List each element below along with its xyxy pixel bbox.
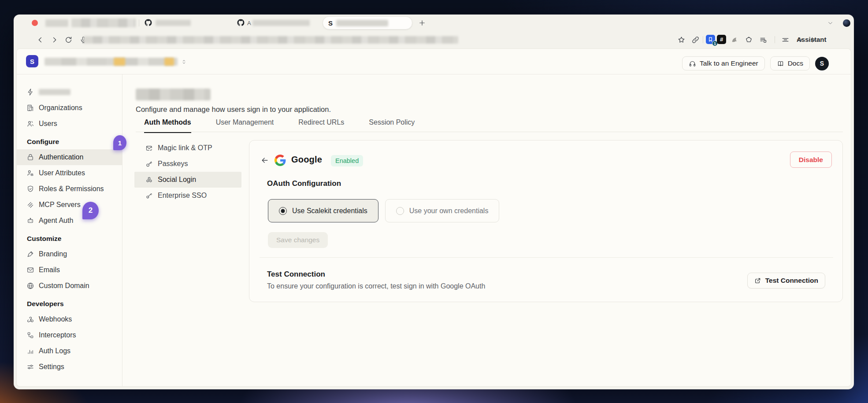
shield-check-icon	[26, 185, 34, 193]
blurred-tab-label	[45, 19, 68, 27]
test-connection-label: Test Connection	[765, 277, 818, 285]
chevrons-up-down-icon	[181, 58, 187, 66]
radio-scalekit-credentials[interactable]: Use Scalekit credentials	[268, 199, 378, 222]
reader-mode-button[interactable]	[781, 36, 790, 44]
tab-session-policy[interactable]: Session Policy	[369, 118, 415, 133]
subnav-item-label: Passkeys	[158, 160, 188, 168]
building-icon	[26, 104, 34, 112]
back-icon	[36, 36, 45, 44]
browser-toolbar: 1 # Assistant	[14, 31, 854, 48]
user-gear-icon	[26, 169, 34, 177]
playlist-button[interactable]	[759, 36, 768, 44]
sidebar-item-auth-logs[interactable]: Auth Logs	[17, 343, 122, 359]
copy-link-button[interactable]	[691, 36, 700, 44]
sidebar-item-blurred[interactable]	[17, 84, 122, 100]
credentials-radio-group: Use Scalekit credentials Use your own cr…	[268, 199, 499, 222]
pentagon-icon	[745, 36, 753, 44]
app-logo[interactable]: S	[26, 55, 38, 67]
sliders-icon	[26, 363, 34, 371]
window-menu-chevron[interactable]	[827, 20, 834, 26]
back-button[interactable]	[36, 36, 45, 44]
browser-profile-icon[interactable]	[843, 19, 850, 27]
key-icon	[145, 160, 153, 168]
main-pane: Configure and manage how users sign in t…	[122, 74, 851, 387]
robot-icon	[26, 217, 34, 225]
star-icon	[677, 36, 686, 44]
google-logo-icon	[274, 155, 286, 168]
extension-gray-button[interactable]	[730, 36, 738, 44]
chevron-down-icon	[827, 20, 834, 26]
blurred-workspace-name[interactable]	[45, 58, 178, 66]
sidebar-item-branding[interactable]: Branding	[17, 246, 122, 262]
paintbrush-icon	[26, 250, 34, 258]
extension-hash-button[interactable]: #	[717, 35, 726, 44]
plus-icon	[418, 19, 426, 27]
sidebar-item-label: Emails	[39, 266, 60, 274]
sidebar-item-label: Branding	[39, 250, 67, 258]
assistant-label[interactable]: Assistant	[797, 36, 827, 43]
new-tab-button[interactable]	[418, 19, 426, 27]
app-header: S Talk to an Engineer Docs	[17, 49, 851, 74]
subnav-item-magic-link[interactable]: Magic link & OTP	[134, 140, 241, 156]
sidebar-item-agent-auth[interactable]: Agent Auth	[17, 213, 122, 229]
sidebar-item-custom-domain[interactable]: Custom Domain	[17, 278, 122, 294]
subnav-item-enterprise-sso[interactable]: Enterprise SSO	[134, 188, 241, 203]
docs-button[interactable]: Docs	[770, 56, 810, 70]
playlist-icon	[759, 36, 768, 44]
radio-own-credentials[interactable]: Use your own credentials	[385, 199, 500, 222]
extension-shape-button[interactable]	[745, 36, 753, 44]
sidebar-item-label: Users	[39, 120, 57, 128]
sidebar-item-authentication[interactable]: Authentication	[17, 149, 122, 165]
subnav-item-passkeys[interactable]: Passkeys	[134, 156, 241, 172]
blurred-url-text[interactable]	[83, 36, 458, 44]
globe-icon	[26, 282, 34, 290]
subnav-item-social-login[interactable]: Social Login	[134, 172, 241, 188]
sidebar-item-organizations[interactable]: Organizations	[17, 100, 122, 116]
sidebar-item-interceptors[interactable]: Interceptors	[17, 327, 122, 343]
users-icon	[26, 120, 34, 128]
sidebar-item-webhooks[interactable]: Webhooks	[17, 311, 122, 327]
status-badge: Enabled	[331, 155, 363, 166]
align-center-icon	[781, 36, 790, 44]
blurred-active-tab-title	[336, 20, 388, 26]
test-connection-button[interactable]: Test Connection	[747, 273, 825, 288]
tab-redirect-urls[interactable]: Redirect URLs	[298, 118, 344, 133]
sidebar-item-emails[interactable]: Emails	[17, 262, 122, 278]
bar-chart-icon	[26, 347, 34, 355]
sidebar-item-user-attributes[interactable]: User Attributes	[17, 165, 122, 181]
tab-github-1[interactable]	[144, 18, 152, 29]
disable-button[interactable]: Disable	[790, 152, 832, 168]
reload-button[interactable]	[64, 36, 73, 44]
radio-label: Use Scalekit credentials	[292, 207, 367, 215]
tab-user-management[interactable]: User Management	[216, 118, 274, 133]
test-connection-heading: Test Connection	[267, 270, 325, 279]
tab-github-2[interactable]	[237, 18, 245, 29]
sidebar-item-label: Interceptors	[39, 331, 76, 339]
extension-blue-button[interactable]: 1	[706, 35, 715, 44]
annotation-badge-1: 1	[113, 135, 126, 150]
tab-auth-methods[interactable]: Auth Methods	[144, 118, 191, 133]
sidebar-item-roles-permissions[interactable]: Roles & Permissions	[17, 181, 122, 197]
workspace-switcher[interactable]	[181, 58, 187, 67]
sidebar-item-label: Organizations	[39, 104, 82, 112]
forward-button[interactable]	[50, 36, 59, 44]
sidebar-section-configure: Configure	[17, 132, 122, 149]
sidebar-item-label: Authentication	[39, 153, 83, 161]
close-window-button[interactable]	[32, 20, 38, 26]
sidebar-item-mcp-servers[interactable]: MCP Servers	[17, 197, 122, 213]
subnav-item-label: Enterprise SSO	[158, 192, 207, 200]
blurred-tab-label	[71, 18, 136, 27]
book-icon	[777, 60, 784, 67]
save-changes-button[interactable]: Save changes	[268, 232, 328, 248]
user-avatar[interactable]: S	[815, 57, 829, 70]
sidebar-item-settings[interactable]: Settings	[17, 359, 122, 375]
sidebar-item-label: Webhooks	[39, 315, 72, 323]
active-tab[interactable]: S	[323, 16, 412, 30]
screenshot-stage: A S	[0, 0, 868, 403]
sidebar-item-users[interactable]: Users	[17, 116, 122, 132]
github-icon	[237, 18, 245, 27]
talk-to-engineer-button[interactable]: Talk to an Engineer	[682, 56, 765, 70]
subnav-item-label: Magic link & OTP	[158, 144, 212, 152]
bookmark-button[interactable]	[677, 36, 686, 44]
back-to-providers-button[interactable]	[260, 156, 269, 165]
